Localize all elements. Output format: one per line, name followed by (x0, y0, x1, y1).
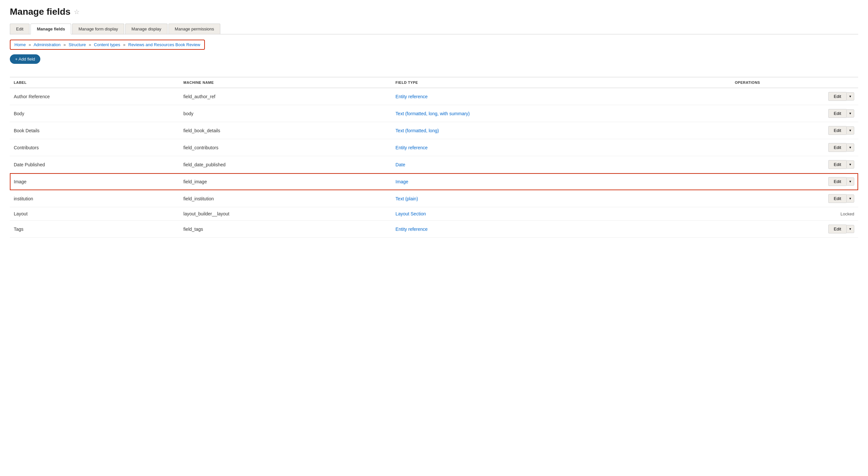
table-row: BodybodyText (formatted, long, with summ… (10, 105, 858, 122)
col-header-label: LABEL (10, 77, 180, 88)
field-label: Tags (10, 220, 180, 238)
field-type-link[interactable]: Text (formatted, long, with summary) (396, 111, 470, 116)
field-machine-name: field_contributors (180, 139, 392, 156)
tab-manage-form-display[interactable]: Manage form display (72, 24, 124, 34)
breadcrumb-wrapper: Home » Administration » Structure » Cont… (10, 40, 205, 50)
page-title-area: Manage fields ☆ (10, 6, 858, 17)
field-type[interactable]: Image (392, 173, 731, 190)
edit-button[interactable]: Edit (828, 143, 846, 152)
edit-button-group: Edit▾ (735, 109, 854, 118)
breadcrumb-sep-3: » (89, 42, 91, 47)
field-type[interactable]: Text (formatted, long) (392, 122, 731, 139)
field-machine-name: layout_builder__layout (180, 207, 392, 220)
field-type[interactable]: Layout Section (392, 207, 731, 220)
edit-button-group: Edit▾ (735, 177, 854, 186)
field-type[interactable]: Entity reference (392, 88, 731, 105)
field-label: Book Details (10, 122, 180, 139)
field-operations: Edit▾ (731, 88, 858, 105)
edit-button[interactable]: Edit (828, 160, 846, 169)
field-machine-name: field_author_ref (180, 88, 392, 105)
field-type-link[interactable]: Text (formatted, long) (396, 128, 439, 133)
edit-button[interactable]: Edit (828, 225, 846, 233)
field-machine-name: field_tags (180, 220, 392, 238)
breadcrumb-administration[interactable]: Administration (33, 42, 60, 47)
bookmark-star-icon[interactable]: ☆ (74, 8, 80, 16)
edit-button[interactable]: Edit (828, 126, 846, 135)
edit-button[interactable]: Edit (828, 92, 846, 101)
field-label: Contributors (10, 139, 180, 156)
field-type-link[interactable]: Entity reference (396, 145, 428, 150)
table-row: Tagsfield_tagsEntity referenceEdit▾ (10, 220, 858, 238)
field-type[interactable]: Entity reference (392, 220, 731, 238)
edit-dropdown-button[interactable]: ▾ (846, 161, 854, 169)
breadcrumb-book-review[interactable]: Reviews and Resources Book Review (128, 42, 200, 47)
edit-button-group: Edit▾ (735, 92, 854, 101)
field-type[interactable]: Date (392, 156, 731, 173)
field-operations: Edit▾ (731, 220, 858, 238)
field-type-link[interactable]: Image (396, 179, 408, 184)
field-type-link[interactable]: Entity reference (396, 227, 428, 232)
edit-dropdown-button[interactable]: ▾ (846, 225, 854, 233)
edit-button-group: Edit▾ (735, 126, 854, 135)
add-field-area: + Add field (10, 54, 858, 70)
field-label: Image (10, 173, 180, 190)
tab-manage-display[interactable]: Manage display (125, 24, 167, 34)
table-row: Book Detailsfield_book_detailsText (form… (10, 122, 858, 139)
field-label: Date Published (10, 156, 180, 173)
field-operations: Locked (731, 207, 858, 220)
tab-edit[interactable]: Edit (10, 24, 30, 34)
edit-dropdown-button[interactable]: ▾ (846, 143, 854, 151)
edit-dropdown-button[interactable]: ▾ (846, 109, 854, 117)
table-row: Author Referencefield_author_refEntity r… (10, 88, 858, 105)
edit-dropdown-button[interactable]: ▾ (846, 126, 854, 135)
breadcrumb-sep-2: » (63, 42, 66, 47)
page-title: Manage fields (10, 6, 70, 17)
field-type[interactable]: Entity reference (392, 139, 731, 156)
edit-button[interactable]: Edit (828, 177, 846, 186)
table-row: Layoutlayout_builder__layoutLayout Secti… (10, 207, 858, 220)
edit-button-group: Edit▾ (735, 194, 854, 203)
tabs-bar: Edit Manage fields Manage form display M… (10, 24, 858, 34)
field-operations: Edit▾ (731, 173, 858, 190)
tab-manage-fields[interactable]: Manage fields (30, 24, 71, 34)
edit-dropdown-button[interactable]: ▾ (846, 195, 854, 203)
field-type[interactable]: Text (plain) (392, 190, 731, 207)
edit-button[interactable]: Edit (828, 109, 846, 118)
breadcrumb-content-types[interactable]: Content types (94, 42, 120, 47)
fields-table: LABEL MACHINE NAME FIELD TYPE OPERATIONS… (10, 77, 858, 238)
add-field-button[interactable]: + Add field (10, 54, 40, 64)
field-operations: Edit▾ (731, 122, 858, 139)
breadcrumb: Home » Administration » Structure » Cont… (14, 42, 200, 47)
edit-button[interactable]: Edit (828, 194, 846, 203)
edit-dropdown-button[interactable]: ▾ (846, 92, 854, 101)
page-wrapper: Manage fields ☆ Edit Manage fields Manag… (0, 0, 868, 476)
field-machine-name: field_image (180, 173, 392, 190)
locked-label: Locked (840, 211, 854, 216)
field-type-link[interactable]: Entity reference (396, 94, 428, 99)
col-header-machine-name: MACHINE NAME (180, 77, 392, 88)
field-type[interactable]: Text (formatted, long, with summary) (392, 105, 731, 122)
field-machine-name: field_book_details (180, 122, 392, 139)
edit-button-group: Edit▾ (735, 143, 854, 152)
breadcrumb-sep-4: » (123, 42, 125, 47)
field-type-link[interactable]: Text (plain) (396, 196, 418, 201)
table-row: Contributorsfield_contributorsEntity ref… (10, 139, 858, 156)
field-type-link[interactable]: Layout Section (396, 211, 426, 216)
field-operations: Edit▾ (731, 105, 858, 122)
breadcrumb-structure[interactable]: Structure (68, 42, 86, 47)
field-machine-name: body (180, 105, 392, 122)
edit-dropdown-button[interactable]: ▾ (846, 177, 854, 185)
col-header-operations: OPERATIONS (731, 77, 858, 88)
table-row: Date Publishedfield_date_publishedDateEd… (10, 156, 858, 173)
breadcrumb-home[interactable]: Home (14, 42, 26, 47)
field-machine-name: field_institution (180, 190, 392, 207)
edit-button-group: Edit▾ (735, 160, 854, 169)
field-label: Body (10, 105, 180, 122)
col-header-field-type: FIELD TYPE (392, 77, 731, 88)
field-operations: Edit▾ (731, 190, 858, 207)
tab-manage-permissions[interactable]: Manage permissions (168, 24, 220, 34)
breadcrumb-sep-1: » (29, 42, 31, 47)
field-operations: Edit▾ (731, 139, 858, 156)
field-operations: Edit▾ (731, 156, 858, 173)
field-type-link[interactable]: Date (396, 162, 405, 167)
